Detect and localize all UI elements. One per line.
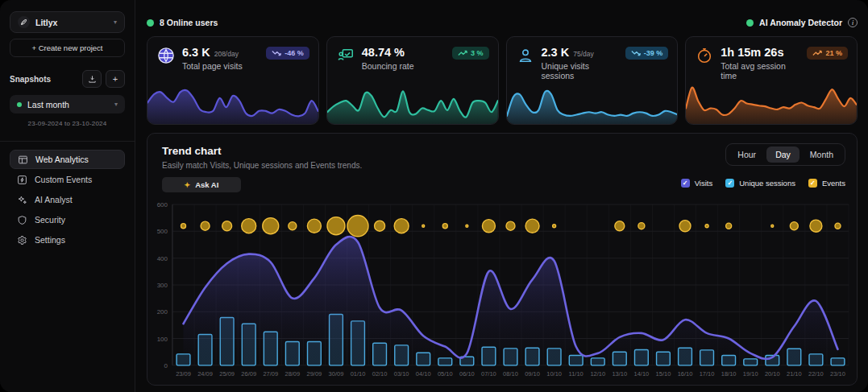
svg-text:24/09: 24/09 (197, 370, 213, 378)
trending-down-icon (272, 50, 281, 56)
sparkles-icon: ✦ (185, 181, 191, 189)
svg-text:07/10: 07/10 (481, 370, 496, 378)
svg-text:100: 100 (157, 336, 168, 343)
svg-text:02/10: 02/10 (372, 370, 388, 378)
stat-card-bouncing-rate: 48.74 % Bouncing rate 3 % (326, 36, 499, 125)
legend-unique-sessions[interactable]: ✓ Unique sessions (725, 179, 795, 188)
sidebar-item-label: Web Analytics (35, 155, 89, 164)
svg-text:19/10: 19/10 (743, 370, 758, 378)
stat-label: Total avg session time (721, 61, 800, 80)
stat-cards-row: 6.3 K 208/day Total page visits -46 % (147, 36, 858, 125)
svg-text:25/09: 25/09 (219, 370, 235, 378)
svg-text:18/10: 18/10 (721, 370, 737, 378)
stat-label: Unique visits sessions (542, 61, 619, 80)
tab-month[interactable]: Month (801, 146, 842, 163)
svg-text:500: 500 (157, 228, 168, 235)
sidebar-item-web-analytics[interactable]: Web Analytics (10, 150, 125, 169)
chart-legend: ✓ Visits ✓ Unique sessions ✓ Events (681, 179, 845, 188)
add-snapshot-button[interactable]: + (106, 70, 125, 88)
sparkline-page-visits (147, 79, 318, 124)
legend-visits[interactable]: ✓ Visits (681, 179, 713, 188)
svg-text:08/10: 08/10 (503, 370, 518, 378)
legend-events[interactable]: ✓ Events (808, 179, 845, 188)
gear-icon (16, 235, 27, 246)
trend-badge: -46 % (266, 47, 309, 60)
online-users: 8 Online users (147, 18, 218, 27)
svg-text:09/10: 09/10 (525, 370, 540, 378)
trending-down-icon (631, 50, 641, 56)
stat-value: 2.3 K (542, 46, 570, 59)
sparkline-unique-sessions (507, 79, 678, 124)
svg-text:23/09: 23/09 (176, 370, 191, 378)
svg-text:04/10: 04/10 (416, 370, 431, 378)
ask-ai-button[interactable]: ✦ Ask AI (162, 177, 241, 192)
project-name: Litlyx (35, 18, 108, 27)
app-window: Litlyx ▾ + Create new project Snapshots … (0, 0, 868, 392)
trend-badge: 21 % (807, 47, 848, 60)
svg-text:22/10: 22/10 (808, 370, 824, 378)
checkbox-unique-sessions[interactable]: ✓ (725, 179, 734, 188)
svg-text:28/09: 28/09 (284, 370, 300, 378)
svg-text:06/10: 06/10 (459, 370, 475, 378)
snapshot-date-range: 23-09-2024 to 23-10-2024 (10, 120, 125, 127)
svg-text:27/09: 27/09 (263, 370, 278, 378)
anomaly-label: AI Anomaly Detector (759, 18, 842, 27)
svg-text:0: 0 (164, 362, 168, 369)
sidebar-item-label: Custom Events (35, 175, 92, 184)
svg-text:01/10: 01/10 (351, 370, 366, 378)
svg-text:30/09: 30/09 (329, 370, 344, 378)
svg-text:26/09: 26/09 (241, 370, 256, 378)
svg-text:13/10: 13/10 (612, 370, 627, 378)
sidebar-item-settings[interactable]: Settings (10, 230, 125, 250)
svg-text:23/10: 23/10 (830, 370, 845, 378)
project-selector[interactable]: Litlyx ▾ (10, 11, 125, 33)
snapshot-selector[interactable]: Last month ▾ (10, 95, 125, 113)
main-content: 8 Online users AI Anomaly Detector i 6.3… (136, 0, 868, 392)
svg-text:17/10: 17/10 (700, 370, 715, 378)
trending-up-icon (458, 50, 467, 56)
topbar: 8 Online users AI Anomaly Detector i (147, 14, 858, 31)
stat-label: Bouncing rate (362, 61, 446, 71)
checkbox-visits[interactable]: ✓ (681, 179, 690, 188)
export-snapshot-button[interactable] (82, 70, 102, 88)
create-new-project-button[interactable]: + Create new project (10, 39, 125, 57)
checkbox-events[interactable]: ✓ (808, 179, 817, 188)
sidebar-item-ai-analyst[interactable]: AI Analyst (10, 190, 125, 209)
litlyx-logo-icon (18, 16, 30, 28)
info-icon[interactable]: i (848, 18, 858, 27)
sparkline-session-time (686, 79, 857, 124)
sidebar: Litlyx ▾ + Create new project Snapshots … (0, 0, 135, 392)
tab-day[interactable]: Day (766, 146, 799, 163)
svg-text:200: 200 (157, 308, 168, 316)
stat-label: Total page visits (182, 61, 260, 71)
lightning-square-icon (16, 175, 27, 185)
svg-text:600: 600 (157, 201, 168, 208)
sidebar-item-security[interactable]: Security (10, 210, 125, 229)
globe-icon (156, 46, 176, 65)
x-axis-labels: 23/0924/0925/0926/0927/0928/0929/0930/09… (176, 370, 845, 378)
panel-subtitle: Easily match Visits, Unique sessions and… (162, 161, 362, 170)
stat-card-page-visits: 6.3 K 208/day Total page visits -46 % (147, 36, 319, 125)
chevron-down-icon: ▾ (114, 19, 117, 26)
sidebar-divider (0, 141, 135, 142)
svg-text:400: 400 (157, 255, 168, 262)
tab-hour[interactable]: Hour (729, 146, 765, 163)
svg-text:03/10: 03/10 (394, 370, 409, 378)
svg-text:29/09: 29/09 (307, 370, 322, 378)
user-icon (516, 46, 535, 65)
layout-icon (17, 155, 28, 165)
sidebar-item-label: Security (35, 215, 65, 225)
stat-rate: 208/day (214, 50, 239, 58)
svg-text:21/10: 21/10 (787, 370, 802, 378)
stat-value: 1h 15m 26s (721, 46, 783, 59)
sparkline-bouncing-rate (327, 79, 498, 124)
panel-title: Trend chart (162, 145, 222, 157)
trend-chart[interactable]: 010020030040050060023/0924/0925/0926/092… (152, 200, 853, 380)
trending-up-icon (812, 50, 822, 56)
sidebar-item-custom-events[interactable]: Custom Events (10, 170, 125, 189)
sidebar-item-label: AI Analyst (35, 195, 73, 204)
granularity-toggle: Hour Day Month (725, 143, 845, 166)
svg-text:10/10: 10/10 (546, 370, 562, 378)
stat-value: 48.74 % (362, 46, 405, 59)
svg-text:16/10: 16/10 (678, 370, 693, 378)
